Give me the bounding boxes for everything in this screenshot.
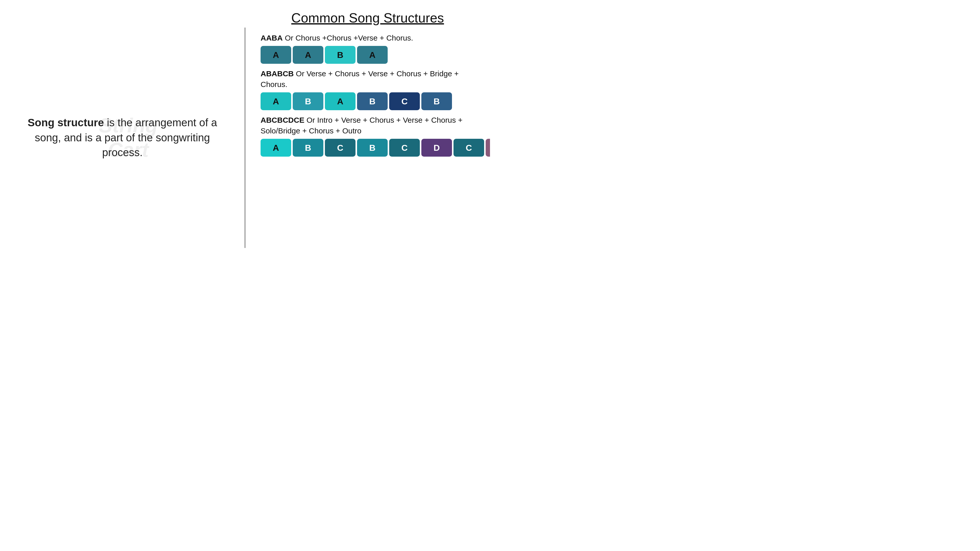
block-c1: C — [325, 139, 355, 157]
abcbcdce-text: ABCBCDCE Or Intro + Verse + Chorus + Ver… — [261, 115, 475, 136]
block-a2: A — [293, 46, 323, 64]
aaba-blocks: A A B A — [261, 46, 475, 64]
block-c1: C — [389, 92, 420, 110]
abcbcdce-blocks: A B C B C D C E — [261, 139, 475, 157]
structure-ababcb: ABABCB Or Verse + Chorus + Verse + Choru… — [261, 68, 475, 110]
ababcb-name: ABABCB — [261, 69, 294, 78]
block-d1: D — [422, 139, 452, 157]
aaba-description: Or Chorus +Chorus +Verse + Chorus. — [283, 34, 413, 42]
block-e1: E — [486, 139, 490, 157]
block-a3: A — [357, 46, 388, 64]
right-panel: Common Song Structures AABA Or Chorus +C… — [245, 0, 490, 275]
structure-aaba: AABA Or Chorus +Chorus +Verse + Chorus. … — [261, 33, 475, 64]
block-c3: C — [453, 139, 484, 157]
block-a2: A — [325, 92, 355, 110]
block-b1: B — [325, 46, 355, 64]
abcbcdce-name: ABCBCDCE — [261, 116, 304, 124]
aaba-text: AABA Or Chorus +Chorus +Verse + Chorus. — [261, 33, 475, 43]
block-b1: B — [293, 92, 323, 110]
left-bold-text: Song structure — [27, 117, 104, 129]
left-description: Song structure is the arrangement of a s… — [15, 115, 229, 160]
block-b3: B — [422, 92, 452, 110]
block-b2: B — [357, 139, 388, 157]
block-a1: A — [261, 46, 291, 64]
structure-abcbcdce: ABCBCDCE Or Intro + Verse + Chorus + Ver… — [261, 115, 475, 157]
block-a1: A — [261, 139, 291, 157]
left-panel: StringCart Song structure is the arrange… — [0, 0, 245, 275]
block-b2: B — [357, 92, 388, 110]
aaba-name: AABA — [261, 34, 283, 42]
ababcb-blocks: A B A B C B — [261, 92, 475, 110]
block-b1: B — [293, 139, 323, 157]
block-c2: C — [389, 139, 420, 157]
block-a1: A — [261, 92, 291, 110]
ababcb-text: ABABCB Or Verse + Chorus + Verse + Choru… — [261, 68, 475, 90]
page-title: Common Song Structures — [261, 10, 475, 25]
